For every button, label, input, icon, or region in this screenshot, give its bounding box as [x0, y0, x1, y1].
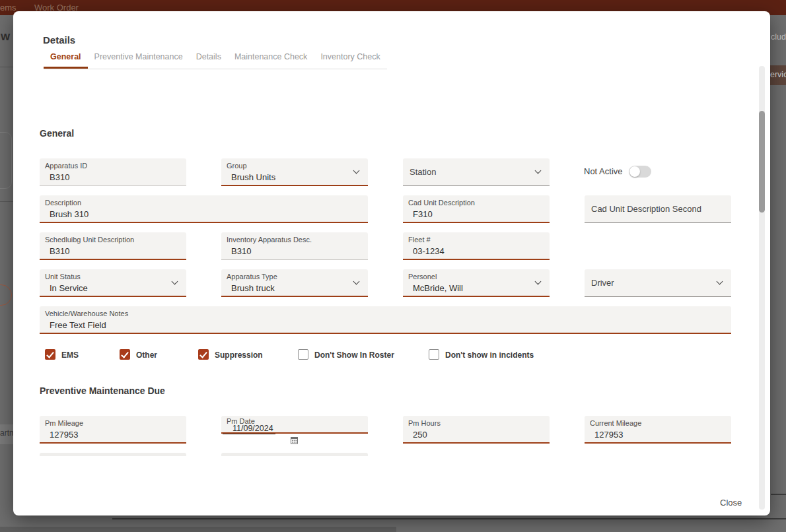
- inventory-apparatus-desc-field[interactable]: Inventory Apparatus Desc. B310: [221, 232, 368, 260]
- apparatus-type-value: Brush truck: [231, 283, 275, 293]
- background-divider: [0, 67, 13, 67]
- inventory-apparatus-desc-value: B310: [231, 246, 251, 256]
- station-label: Station: [410, 167, 436, 177]
- background-divider: [771, 494, 786, 495]
- cad-unit-description-field[interactable]: Cad Unit Description F310: [403, 195, 550, 223]
- personnel-label: Personel: [408, 273, 437, 281]
- cad-unit-description-second-label: Cad Unit Description Second: [591, 204, 701, 214]
- background-divider: [112, 518, 786, 519]
- pm-hours-value: 250: [413, 430, 427, 440]
- personnel-value: McBride, Will: [413, 283, 463, 293]
- tab-preventive-maintenance[interactable]: Preventive Maintenance: [88, 52, 190, 69]
- vehicle-warehouse-notes-label: Vehicle/Warehouse Notes: [45, 310, 128, 317]
- vehicle-warehouse-notes-field[interactable]: Vehicle/Warehouse Notes Free Text Field: [40, 306, 731, 334]
- unit-status-label: Unit Status: [45, 273, 81, 281]
- chevron-down-icon: [717, 279, 723, 285]
- scheduling-unit-description-field[interactable]: Schedluibg Unit Description B310: [40, 232, 186, 260]
- background-text-fragment: ervic: [770, 70, 786, 79]
- chevron-down-icon: [353, 279, 360, 285]
- tab-general[interactable]: General: [44, 52, 88, 69]
- description-label: Description: [45, 199, 81, 207]
- personnel-select[interactable]: Personel McBride, Will: [403, 269, 550, 297]
- not-active-toggle[interactable]: [629, 166, 651, 178]
- scheduling-unit-description-value: B310: [50, 246, 69, 256]
- current-mileage-label: Current Mileage: [590, 419, 641, 427]
- unit-status-select[interactable]: Unit Status In Service: [40, 269, 186, 297]
- unit-status-value: In Service: [50, 283, 88, 293]
- vehicle-warehouse-notes-value: Free Text Field: [50, 320, 106, 330]
- pm-mileage-label: Pm Mileage: [45, 419, 83, 427]
- apparatus-id-field[interactable]: Apparatus ID B310: [40, 158, 186, 186]
- group-select[interactable]: Group Brush Units: [221, 158, 368, 186]
- background-button-fragment: [0, 284, 12, 306]
- apparatus-id-value: B310: [50, 172, 69, 182]
- driver-select[interactable]: Driver: [585, 269, 731, 297]
- description-value: Brush 310: [50, 209, 89, 219]
- section-heading-general: General: [40, 128, 74, 139]
- cad-unit-description-value: F310: [413, 209, 433, 219]
- background-band: [0, 527, 396, 532]
- apparatus-type-label: Apparatus Type: [227, 273, 277, 281]
- group-label: Group: [227, 162, 247, 170]
- current-mileage-field[interactable]: Current Mileage 127953: [585, 416, 731, 444]
- tab-details[interactable]: Details: [190, 52, 228, 69]
- pm-mileage-field[interactable]: Pm Mileage 127953: [40, 416, 186, 444]
- suppression-checkbox-label: Suppression: [215, 350, 263, 360]
- tab-inventory-check[interactable]: Inventory Check: [314, 52, 386, 69]
- pm-date-field[interactable]: Pm Date 11/09/2024: [221, 416, 368, 434]
- fleet-number-value: 03-1234: [413, 246, 445, 256]
- tab-maintenance-check[interactable]: Maintenance Check: [228, 52, 314, 69]
- dont-show-in-incidents-label: Don't show in incidents: [445, 350, 534, 360]
- apparatus-type-select[interactable]: Apparatus Type Brush truck: [221, 269, 368, 297]
- other-checkbox-label: Other: [136, 350, 157, 360]
- cad-unit-description-second-field[interactable]: Cad Unit Description Second: [585, 195, 731, 223]
- pm-hours-label: Pm Hours: [408, 419, 441, 427]
- other-checkbox[interactable]: [120, 349, 130, 360]
- modal-title: Details: [43, 34, 75, 46]
- section-heading-preventive-maintenance-due: Preventive Maintenance Due: [40, 385, 165, 396]
- chevron-down-icon: [535, 279, 542, 285]
- dont-show-in-roster-label: Don't Show In Roster: [314, 350, 394, 360]
- pm-mileage-value: 127953: [50, 430, 78, 440]
- driver-label: Driver: [591, 278, 614, 288]
- dont-show-in-incidents-checkbox[interactable]: [429, 349, 439, 360]
- ems-checkbox-label: EMS: [61, 350, 79, 360]
- toggle-knob: [629, 166, 640, 177]
- topbar-item-items: ems: [0, 3, 17, 13]
- clipped-field-stub: [40, 453, 186, 456]
- description-field[interactable]: Description Brush 310: [40, 195, 368, 223]
- chevron-down-icon: [353, 168, 360, 174]
- scrollbar-thumb[interactable]: [759, 111, 765, 213]
- scheduling-unit-description-label: Schedluibg Unit Description: [45, 236, 134, 244]
- pm-date-value: 11/09/2024: [223, 424, 275, 434]
- chevron-down-icon: [172, 279, 178, 285]
- not-active-label: Not Active: [584, 166, 623, 176]
- fleet-number-field[interactable]: Fleet # 03-1234: [403, 232, 550, 260]
- clipped-field-stub: [221, 453, 368, 456]
- ems-checkbox[interactable]: [45, 349, 55, 360]
- calendar-icon[interactable]: [291, 436, 298, 444]
- apparatus-id-label: Apparatus ID: [45, 162, 87, 170]
- suppression-checkbox[interactable]: [198, 349, 209, 360]
- background-text-fragment: clude: [771, 32, 786, 42]
- details-modal: Details General Preventive Maintenance D…: [13, 11, 770, 515]
- fleet-number-label: Fleet #: [408, 236, 431, 244]
- modal-tabs: General Preventive Maintenance Details M…: [44, 52, 387, 69]
- background-divider: [0, 201, 13, 202]
- cad-unit-description-label: Cad Unit Description: [408, 199, 475, 207]
- dont-show-in-roster-checkbox[interactable]: [298, 349, 308, 360]
- chevron-down-icon: [535, 168, 542, 174]
- station-select[interactable]: Station: [403, 158, 550, 186]
- group-value: Brush Units: [231, 172, 275, 182]
- pm-hours-field[interactable]: Pm Hours 250: [403, 416, 550, 444]
- close-button[interactable]: Close: [720, 498, 742, 508]
- background-card-fragment: [0, 132, 12, 189]
- current-mileage-value: 127953: [594, 430, 623, 440]
- inventory-apparatus-desc-label: Inventory Apparatus Desc.: [227, 236, 312, 244]
- background-text-fragment: W: [1, 31, 10, 42]
